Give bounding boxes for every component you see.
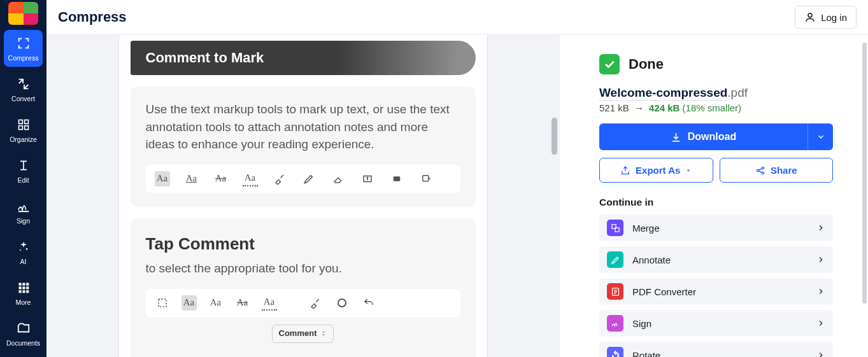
export-icon	[620, 165, 630, 176]
sidebar-item-label: Compress	[8, 54, 39, 62]
continue-item-label: Rotate	[632, 350, 808, 358]
svg-rect-3	[24, 126, 28, 130]
download-button[interactable]: Download	[599, 123, 808, 150]
plain-aa-icon: Aa	[208, 295, 224, 311]
login-button[interactable]: Log in	[795, 6, 857, 29]
right-scrollbar[interactable]	[862, 43, 867, 304]
continue-item-merge[interactable]: Merge	[599, 214, 833, 241]
sidebar-item-label: Edit	[17, 176, 29, 184]
continue-item-pdf-converter[interactable]: PDF Converter	[599, 278, 833, 305]
doc-tap-block: Tap Comment to select the appropriate to…	[131, 218, 476, 357]
document-page: Comment to Mark Use the text markup tool…	[118, 35, 488, 357]
sidebar-item-compress[interactable]: Compress	[4, 30, 43, 67]
continue-item-label: Sign	[632, 318, 808, 329]
doc-paragraph: Use the text markup tools to mark up tex…	[146, 102, 450, 151]
svg-point-5	[20, 249, 21, 251]
svg-rect-14	[26, 290, 29, 293]
color-swatch-icon	[334, 295, 350, 311]
sidebar-item-label: Convert	[11, 95, 35, 102]
chevron-right-icon	[816, 319, 825, 328]
underline-aa-icon: Aa	[184, 171, 199, 186]
undo-icon	[361, 295, 376, 311]
header: Compress Log in	[46, 0, 868, 35]
chevron-right-icon	[816, 223, 825, 232]
compress-icon	[15, 35, 32, 52]
sidebar-item-sign[interactable]: Sign	[4, 193, 43, 230]
svg-rect-2	[18, 126, 22, 130]
sidebar-item-label: Sign	[17, 217, 30, 225]
svg-rect-8	[26, 283, 29, 286]
more-icon	[15, 279, 32, 296]
eraser-icon	[331, 171, 346, 186]
svg-rect-11	[26, 286, 29, 289]
file-size-info: 521 kB → 424 kB (18% smaller)	[599, 102, 833, 113]
done-check-icon	[599, 54, 620, 74]
convert-icon	[15, 76, 32, 92]
svg-rect-12	[18, 290, 21, 293]
chevron-right-icon	[816, 351, 825, 357]
edit-icon	[15, 157, 32, 174]
sidebar-item-more[interactable]: More	[4, 274, 43, 311]
tap-sub: to select the appropriate tool for you.	[146, 260, 460, 277]
export-as-button[interactable]: Export As	[599, 158, 713, 183]
marker-icon	[272, 171, 287, 186]
result-filename[interactable]: Welcome-compressed.pdf	[599, 86, 833, 100]
textbox-icon	[360, 171, 375, 186]
svg-rect-7	[22, 283, 25, 286]
page-title: Compress	[58, 9, 127, 25]
svg-rect-0	[18, 120, 22, 124]
doc-paragraph-block: Use the text markup tools to mark up tex…	[131, 87, 476, 207]
svg-rect-6	[18, 283, 21, 286]
marker-icon	[308, 295, 323, 311]
rotate-icon	[607, 347, 623, 357]
chevron-updown-icon	[320, 330, 327, 337]
continue-item-annotate[interactable]: Annotate	[599, 246, 833, 273]
documents-icon	[15, 320, 32, 337]
login-label: Log in	[821, 12, 847, 23]
svg-point-4	[25, 248, 27, 250]
tap-title: Tap Comment	[146, 232, 460, 256]
svg-rect-1	[24, 120, 28, 124]
continue-item-rotate[interactable]: Rotate	[599, 342, 833, 357]
ai-icon	[15, 239, 32, 255]
annotate-icon	[607, 251, 623, 268]
highlight-aa-icon: Aa	[155, 171, 170, 186]
sidebar-item-label: More	[16, 298, 31, 306]
sign-icon	[15, 198, 32, 214]
sidebar-item-organize[interactable]: Organize	[4, 111, 43, 148]
svg-rect-13	[22, 290, 25, 293]
strike-aa-icon: Aa	[235, 295, 250, 311]
doc-banner: Comment to Mark	[131, 41, 476, 75]
done-label: Done	[629, 56, 664, 73]
result-pane: Done Welcome-compressed.pdf 521 kB → 424…	[559, 35, 868, 357]
download-menu-button[interactable]	[808, 123, 833, 150]
squiggly-aa-icon: Aa	[243, 171, 258, 186]
pdf-converter-icon	[607, 283, 623, 300]
note-icon	[389, 171, 404, 186]
sidebar-item-ai[interactable]: AI	[4, 234, 43, 270]
svg-rect-17	[393, 176, 400, 181]
sidebar-item-convert[interactable]: Convert	[4, 71, 43, 108]
share-button[interactable]: Share	[720, 158, 834, 183]
sidebar-item-edit[interactable]: Edit	[4, 152, 43, 189]
highlight-aa-icon: Aa	[181, 295, 197, 311]
svg-rect-18	[422, 175, 428, 181]
continue-item-label: Annotate	[632, 255, 808, 265]
sidebar-item-label: Organize	[10, 136, 37, 143]
app-logo[interactable]	[8, 2, 38, 25]
continue-item-label: PDF Converter	[632, 286, 808, 297]
continue-item-sign[interactable]: Sign	[599, 310, 833, 337]
share-icon	[755, 165, 765, 176]
svg-point-20	[338, 299, 346, 307]
chevron-right-icon	[816, 255, 825, 264]
sidebar-item-documents[interactable]: Documents	[4, 315, 43, 352]
sidebar: Compress Convert Organize Edit Sign AI	[0, 0, 46, 357]
svg-rect-19	[159, 299, 166, 307]
preview-pane: Comment to Mark Use the text markup tool…	[46, 35, 559, 357]
chevron-down-icon	[816, 132, 825, 141]
preview-scrollbar[interactable]	[550, 35, 559, 357]
continue-in-label: Continue in	[599, 197, 833, 208]
comment-dropdown: Comment	[272, 325, 334, 343]
tap-toolbar: Aa Aa Aa Aa	[146, 289, 460, 317]
merge-icon	[607, 220, 623, 236]
